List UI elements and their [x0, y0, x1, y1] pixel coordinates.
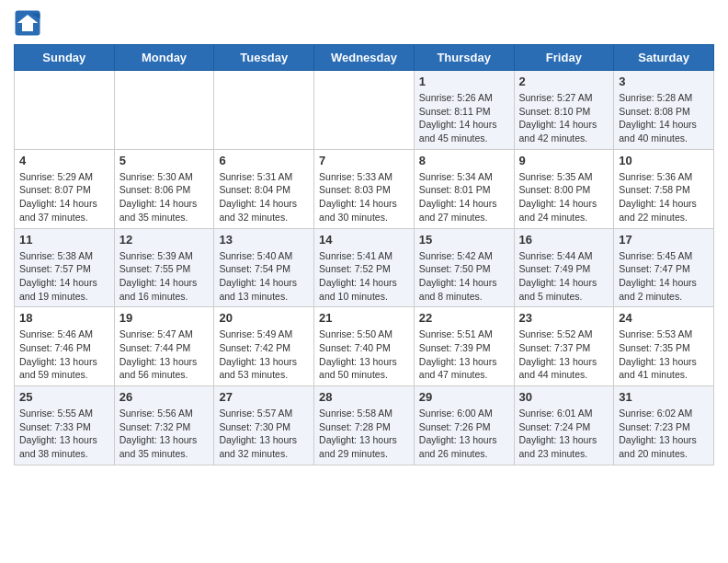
day-info: Sunrise: 5:53 AM Sunset: 7:35 PM Dayligh… — [619, 327, 709, 382]
day-number: 13 — [219, 233, 309, 247]
day-info: Sunrise: 5:45 AM Sunset: 7:47 PM Dayligh… — [619, 249, 709, 304]
day-number: 14 — [319, 233, 409, 247]
day-cell: 4Sunrise: 5:29 AM Sunset: 8:07 PM Daylig… — [15, 149, 115, 228]
day-info: Sunrise: 5:42 AM Sunset: 7:50 PM Dayligh… — [419, 249, 509, 304]
day-cell: 24Sunrise: 5:53 AM Sunset: 7:35 PM Dayli… — [614, 307, 714, 386]
day-cell: 11Sunrise: 5:38 AM Sunset: 7:57 PM Dayli… — [15, 228, 115, 307]
day-cell: 18Sunrise: 5:46 AM Sunset: 7:46 PM Dayli… — [15, 307, 115, 386]
day-cell: 12Sunrise: 5:39 AM Sunset: 7:55 PM Dayli… — [114, 228, 214, 307]
day-info: Sunrise: 5:58 AM Sunset: 7:28 PM Dayligh… — [319, 407, 409, 461]
day-cell: 30Sunrise: 6:01 AM Sunset: 7:24 PM Dayli… — [514, 386, 614, 465]
day-cell: 10Sunrise: 5:36 AM Sunset: 7:58 PM Dayli… — [614, 149, 714, 228]
day-info: Sunrise: 5:44 AM Sunset: 7:49 PM Dayligh… — [519, 249, 609, 304]
day-info: Sunrise: 5:33 AM Sunset: 8:03 PM Dayligh… — [319, 170, 409, 224]
header-thursday: Thursday — [414, 45, 514, 71]
day-info: Sunrise: 5:41 AM Sunset: 7:52 PM Dayligh… — [319, 249, 409, 304]
day-cell: 27Sunrise: 5:57 AM Sunset: 7:30 PM Dayli… — [214, 386, 314, 465]
day-number: 4 — [19, 154, 109, 167]
day-number: 22 — [419, 311, 509, 325]
day-number: 27 — [219, 390, 309, 404]
calendar-table: SundayMondayTuesdayWednesdayThursdayFrid… — [14, 44, 714, 465]
day-number: 11 — [19, 233, 109, 247]
week-row-3: 11Sunrise: 5:38 AM Sunset: 7:57 PM Dayli… — [15, 228, 714, 307]
day-cell: 3Sunrise: 5:28 AM Sunset: 8:08 PM Daylig… — [614, 71, 714, 150]
day-number: 5 — [119, 154, 210, 167]
day-cell: 25Sunrise: 5:55 AM Sunset: 7:33 PM Dayli… — [15, 386, 115, 465]
day-info: Sunrise: 5:57 AM Sunset: 7:30 PM Dayligh… — [219, 407, 309, 461]
day-number: 3 — [619, 75, 709, 88]
header-sunday: Sunday — [15, 45, 115, 71]
week-row-5: 25Sunrise: 5:55 AM Sunset: 7:33 PM Dayli… — [15, 386, 714, 465]
header-tuesday: Tuesday — [214, 45, 314, 71]
day-number: 15 — [419, 233, 509, 247]
day-info: Sunrise: 5:56 AM Sunset: 7:32 PM Dayligh… — [119, 407, 210, 461]
day-number: 17 — [619, 233, 709, 247]
day-cell: 15Sunrise: 5:42 AM Sunset: 7:50 PM Dayli… — [414, 228, 514, 307]
header-friday: Friday — [514, 45, 614, 71]
day-cell: 19Sunrise: 5:47 AM Sunset: 7:44 PM Dayli… — [114, 307, 214, 386]
day-cell: 29Sunrise: 6:00 AM Sunset: 7:26 PM Dayli… — [414, 386, 514, 465]
header-row: SundayMondayTuesdayWednesdayThursdayFrid… — [15, 45, 714, 71]
day-info: Sunrise: 5:38 AM Sunset: 7:57 PM Dayligh… — [19, 249, 109, 304]
day-cell: 13Sunrise: 5:40 AM Sunset: 7:54 PM Dayli… — [214, 228, 314, 307]
day-number: 12 — [119, 233, 210, 247]
day-number: 2 — [519, 75, 609, 88]
day-info: Sunrise: 5:39 AM Sunset: 7:55 PM Dayligh… — [119, 249, 210, 304]
header-monday: Monday — [114, 45, 214, 71]
day-cell — [15, 71, 115, 150]
day-info: Sunrise: 6:02 AM Sunset: 7:23 PM Dayligh… — [619, 407, 709, 461]
day-number: 21 — [319, 311, 409, 325]
day-number: 9 — [519, 154, 609, 167]
day-number: 23 — [519, 311, 609, 325]
day-cell: 6Sunrise: 5:31 AM Sunset: 8:04 PM Daylig… — [214, 149, 314, 228]
week-row-4: 18Sunrise: 5:46 AM Sunset: 7:46 PM Dayli… — [15, 307, 714, 386]
day-info: Sunrise: 5:50 AM Sunset: 7:40 PM Dayligh… — [319, 327, 409, 382]
day-number: 25 — [19, 390, 109, 404]
day-cell: 1Sunrise: 5:26 AM Sunset: 8:11 PM Daylig… — [414, 71, 514, 150]
day-cell — [214, 71, 314, 150]
day-number: 7 — [319, 154, 409, 167]
day-cell: 21Sunrise: 5:50 AM Sunset: 7:40 PM Dayli… — [314, 307, 415, 386]
day-info: Sunrise: 5:51 AM Sunset: 7:39 PM Dayligh… — [419, 327, 509, 382]
day-cell: 20Sunrise: 5:49 AM Sunset: 7:42 PM Dayli… — [214, 307, 314, 386]
day-number: 19 — [119, 311, 210, 325]
day-cell: 16Sunrise: 5:44 AM Sunset: 7:49 PM Dayli… — [514, 228, 614, 307]
day-info: Sunrise: 5:30 AM Sunset: 8:06 PM Dayligh… — [119, 170, 210, 224]
day-number: 28 — [319, 390, 409, 404]
day-info: Sunrise: 5:34 AM Sunset: 8:01 PM Dayligh… — [419, 170, 509, 224]
day-cell: 28Sunrise: 5:58 AM Sunset: 7:28 PM Dayli… — [314, 386, 415, 465]
day-cell: 17Sunrise: 5:45 AM Sunset: 7:47 PM Dayli… — [614, 228, 714, 307]
day-info: Sunrise: 5:55 AM Sunset: 7:33 PM Dayligh… — [19, 407, 109, 461]
day-cell: 23Sunrise: 5:52 AM Sunset: 7:37 PM Dayli… — [514, 307, 614, 386]
day-info: Sunrise: 5:47 AM Sunset: 7:44 PM Dayligh… — [119, 327, 210, 382]
day-cell: 8Sunrise: 5:34 AM Sunset: 8:01 PM Daylig… — [414, 149, 514, 228]
header-saturday: Saturday — [614, 45, 714, 71]
day-info: Sunrise: 5:26 AM Sunset: 8:11 PM Dayligh… — [419, 91, 509, 145]
logo-icon — [14, 9, 41, 37]
day-number: 24 — [619, 311, 709, 325]
day-info: Sunrise: 5:52 AM Sunset: 7:37 PM Dayligh… — [519, 327, 609, 382]
day-cell: 22Sunrise: 5:51 AM Sunset: 7:39 PM Dayli… — [414, 307, 514, 386]
day-number: 30 — [519, 390, 609, 404]
day-cell: 26Sunrise: 5:56 AM Sunset: 7:32 PM Dayli… — [114, 386, 214, 465]
header-wednesday: Wednesday — [314, 45, 415, 71]
day-number: 20 — [219, 311, 309, 325]
day-number: 10 — [619, 154, 709, 167]
week-row-2: 4Sunrise: 5:29 AM Sunset: 8:07 PM Daylig… — [15, 149, 714, 228]
day-number: 1 — [419, 75, 509, 88]
day-number: 31 — [619, 390, 709, 404]
day-cell: 2Sunrise: 5:27 AM Sunset: 8:10 PM Daylig… — [514, 71, 614, 150]
day-info: Sunrise: 5:27 AM Sunset: 8:10 PM Dayligh… — [519, 91, 609, 145]
logo — [14, 9, 45, 37]
day-info: Sunrise: 6:01 AM Sunset: 7:24 PM Dayligh… — [519, 407, 609, 461]
day-info: Sunrise: 5:31 AM Sunset: 8:04 PM Dayligh… — [219, 170, 309, 224]
week-row-1: 1Sunrise: 5:26 AM Sunset: 8:11 PM Daylig… — [15, 71, 714, 150]
day-number: 29 — [419, 390, 509, 404]
day-cell: 9Sunrise: 5:35 AM Sunset: 8:00 PM Daylig… — [514, 149, 614, 228]
day-number: 26 — [119, 390, 210, 404]
day-info: Sunrise: 5:46 AM Sunset: 7:46 PM Dayligh… — [19, 327, 109, 382]
day-number: 6 — [219, 154, 309, 167]
day-cell: 31Sunrise: 6:02 AM Sunset: 7:23 PM Dayli… — [614, 386, 714, 465]
day-info: Sunrise: 5:35 AM Sunset: 8:00 PM Dayligh… — [519, 170, 609, 224]
day-number: 16 — [519, 233, 609, 247]
